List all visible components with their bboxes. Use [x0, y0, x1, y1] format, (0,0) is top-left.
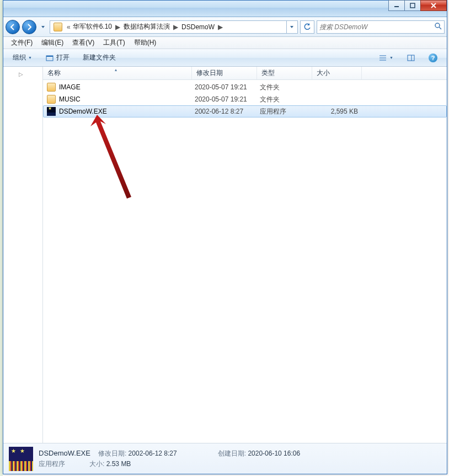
details-pane: DSDemoW.EXE 修改日期: 2002-06-12 8:27 创建日期: …	[3, 443, 447, 474]
menu-edit[interactable]: 编辑(E)	[37, 37, 68, 49]
new-folder-button[interactable]: 新建文件夹	[78, 51, 121, 65]
toolbar: 组织 ▼ 打开 新建文件夹 ▼ ?	[3, 49, 447, 67]
view-icon	[378, 54, 387, 62]
window-controls	[389, 0, 447, 11]
file-name: MUSIC	[59, 95, 195, 103]
annotation-arrow	[88, 113, 165, 207]
explorer-window: « 华军软件6.10 ▶ 数据结构算法演 ▶ DSDemoW ▶ 文件(F) 编…	[3, 0, 447, 474]
maximize-button[interactable]	[404, 0, 421, 11]
table-row[interactable]: IMAGE 2020-05-07 19:21 文件夹	[43, 81, 447, 93]
column-type[interactable]: 类型	[257, 67, 312, 79]
column-size[interactable]: 大小	[312, 67, 362, 79]
tree-expand-icon[interactable]: ▷	[19, 71, 23, 77]
navigation-tree[interactable]: ▷	[3, 67, 43, 443]
table-row[interactable]: DSDemoW.EXE 2002-06-12 8:27 应用程序 2,595 K…	[43, 105, 447, 117]
file-size: 2,595 KB	[315, 108, 365, 115]
details-filename: DSDemoW.EXE	[39, 449, 90, 457]
chevron-right-icon: ▶	[114, 23, 121, 31]
file-name: DSDemoW.EXE	[59, 108, 195, 115]
navigation-bar: « 华军软件6.10 ▶ 数据结构算法演 ▶ DSDemoW ▶	[3, 17, 447, 37]
close-button[interactable]	[420, 0, 447, 11]
file-list[interactable]: IMAGE 2020-05-07 19:21 文件夹 MUSIC 2020-05…	[43, 80, 447, 443]
file-date: 2020-05-07 19:21	[195, 83, 260, 91]
menu-help[interactable]: 帮助(H)	[130, 37, 161, 49]
file-name: IMAGE	[59, 83, 195, 91]
breadcrumb-item[interactable]: 数据结构算法演	[121, 22, 172, 31]
view-options-button[interactable]: ▼	[373, 51, 398, 65]
breadcrumb-lead: «	[65, 23, 71, 31]
details-info: DSDemoW.EXE 修改日期: 2002-06-12 8:27 创建日期: …	[39, 449, 300, 469]
sort-indicator-icon: ▴	[115, 67, 117, 72]
organize-button[interactable]: 组织 ▼	[8, 51, 37, 65]
details-create-label: 创建日期:	[218, 450, 246, 457]
preview-icon	[407, 54, 415, 62]
menu-file[interactable]: 文件(F)	[7, 37, 37, 49]
file-list-pane: 名称 ▴ 修改日期 类型 大小 IMAGE 2020-05-07 19:21 文…	[43, 67, 447, 443]
details-create-value: 2020-06-10 16:06	[248, 450, 300, 457]
preview-pane-button[interactable]	[402, 51, 420, 65]
main-area: ▷ 名称 ▴ 修改日期 类型 大小 IMAGE 2020-05-07 19:21…	[3, 67, 447, 443]
menu-tools[interactable]: 工具(T)	[99, 37, 129, 49]
file-date: 2020-05-07 19:21	[195, 95, 260, 103]
open-label: 打开	[56, 53, 70, 62]
history-dropdown[interactable]	[39, 20, 47, 34]
column-size-label: 大小	[317, 68, 330, 78]
file-type: 应用程序	[260, 107, 315, 116]
refresh-button[interactable]	[300, 20, 314, 34]
search-input[interactable]	[319, 23, 434, 31]
folder-icon	[47, 83, 56, 92]
chevron-down-icon: ▼	[28, 56, 32, 60]
breadcrumb-item[interactable]: 华军软件6.10	[71, 22, 114, 31]
column-type-label: 类型	[261, 68, 275, 78]
file-date: 2002-06-12 8:27	[195, 108, 260, 115]
column-headers: 名称 ▴ 修改日期 类型 大小	[43, 67, 447, 80]
help-button[interactable]: ?	[424, 51, 442, 65]
minimize-button[interactable]	[388, 0, 405, 11]
column-date-label: 修改日期	[196, 68, 223, 78]
breadcrumb-dropdown[interactable]	[286, 21, 296, 33]
back-button[interactable]	[6, 20, 20, 34]
svg-rect-1	[410, 3, 415, 8]
search-box[interactable]	[317, 20, 445, 34]
svg-rect-11	[408, 55, 414, 61]
forward-button[interactable]	[22, 20, 36, 34]
table-row[interactable]: MUSIC 2020-05-07 19:21 文件夹	[43, 93, 447, 105]
new-folder-label: 新建文件夹	[83, 53, 116, 62]
application-icon	[47, 107, 56, 116]
help-icon: ?	[429, 54, 437, 62]
file-type: 文件夹	[260, 95, 315, 104]
column-name-label: 名称	[47, 68, 61, 78]
column-name[interactable]: 名称	[43, 67, 192, 79]
details-mod-label: 修改日期:	[98, 450, 126, 457]
folder-icon	[54, 23, 62, 31]
column-date[interactable]: 修改日期	[192, 67, 257, 79]
details-size-value: 2.53 MB	[106, 460, 131, 468]
file-thumbnail	[9, 447, 33, 471]
open-icon	[45, 54, 54, 62]
menu-view[interactable]: 查看(V)	[68, 37, 99, 49]
svg-rect-7	[46, 56, 53, 57]
titlebar[interactable]	[3, 1, 447, 17]
chevron-right-icon: ▶	[172, 23, 179, 31]
chevron-down-icon: ▼	[389, 56, 393, 60]
breadcrumb[interactable]: « 华军软件6.10 ▶ 数据结构算法演 ▶ DSDemoW ▶	[50, 20, 298, 34]
svg-line-5	[439, 27, 441, 29]
organize-label: 组织	[13, 53, 26, 62]
breadcrumb-item[interactable]: DSDemoW	[179, 23, 217, 31]
details-mod-value: 2002-06-12 8:27	[129, 450, 177, 457]
details-type: 应用程序	[39, 459, 65, 469]
svg-point-4	[435, 23, 440, 28]
menubar: 文件(F) 编辑(E) 查看(V) 工具(T) 帮助(H)	[3, 37, 447, 49]
details-size-label: 大小:	[89, 460, 104, 468]
search-icon[interactable]	[434, 22, 442, 31]
file-type: 文件夹	[260, 83, 315, 92]
open-button[interactable]: 打开	[40, 51, 74, 65]
chevron-right-icon: ▶	[217, 23, 224, 31]
folder-icon	[47, 95, 56, 104]
